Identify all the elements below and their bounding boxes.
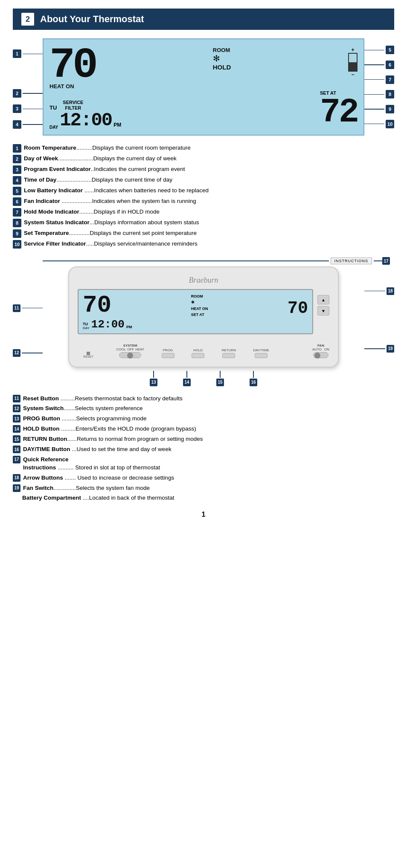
instructions-tag: INSTRUCTIONS — [331, 258, 372, 264]
brand-label: Braeburn — [78, 276, 329, 285]
callout-19: 19 — [364, 345, 394, 353]
callout-5: 5 — [364, 46, 394, 54]
room-temp-display: 70 — [49, 44, 96, 87]
legend-item-17: 17 Quick ReferenceInstructions .........… — [13, 456, 394, 472]
callout-6: 6 — [364, 61, 394, 69]
legend-item-1: 1 Room Temperature..........Displays the… — [13, 144, 394, 153]
legend-item-2: 2 Day of Week......................Displ… — [13, 155, 394, 163]
legend-item-5: 5 Low Battery Indicator ......Indicates … — [13, 187, 394, 195]
badge-9: 9 — [386, 105, 394, 113]
badge-8: 8 — [386, 90, 394, 98]
fan-switch[interactable] — [313, 352, 329, 358]
legend-item-battery: Battery Compartment ....Located in back … — [13, 494, 394, 502]
device-time: 12:00 — [91, 319, 125, 330]
page-number: 1 — [13, 511, 394, 518]
system-label: SYSTEM — [123, 344, 137, 347]
hold-label: HOLD — [213, 64, 231, 71]
callout-2: 2 — [13, 89, 43, 98]
callout-4: 4 — [13, 120, 43, 129]
callout-12: 12 — [13, 349, 43, 357]
badge-13: 13 — [150, 379, 157, 386]
prog-label: PROG — [163, 348, 173, 352]
prog-button[interactable] — [162, 353, 174, 358]
legend-item-7: 7 Hold Mode Indicator.........Displays i… — [13, 208, 394, 217]
device-heat-on: HEAT ON — [191, 306, 208, 312]
reset-label: RESET — [83, 355, 93, 358]
daytime-label: DAY/TIME — [253, 348, 269, 352]
badge-2: 2 — [13, 89, 21, 98]
device-room-label: ROOM — [191, 293, 208, 299]
legend-item-4: 4 Time of Day......................Displ… — [13, 176, 394, 185]
badge-1: 1 — [13, 49, 21, 58]
legend-item-8: 8 System Status Indicator...Displays inf… — [13, 219, 394, 227]
heat-on-label: HEAT ON — [49, 83, 74, 90]
display-diagram: 1 2 3 4 70 ROOM ✻ — [13, 38, 394, 136]
badge-4: 4 — [13, 120, 21, 129]
page-title: About Your Thermostat — [40, 14, 144, 25]
legend-item-11: 11 Reset Button .........Resets thermost… — [13, 395, 394, 403]
device-body: Braeburn 70 ROOM ✻ HEAT ON SET AT — [68, 266, 339, 367]
section-number: 2 — [21, 13, 34, 26]
legend-item-10: 10 Service Filter Indicator.....Displays… — [13, 240, 394, 249]
device-big-temp: 70 — [83, 293, 111, 317]
time-display: 12:00 — [60, 111, 112, 130]
callout-11: 11 — [13, 304, 43, 312]
callout-7: 7 — [364, 75, 394, 84]
badge-10: 10 — [386, 120, 394, 128]
badge-16: 16 — [250, 379, 257, 386]
badge-17: 17 — [382, 257, 390, 265]
reset-dot — [87, 352, 90, 355]
fan-label: FAN — [317, 344, 324, 347]
room-label: ROOM — [213, 47, 230, 53]
set-temp-display: 72 — [320, 95, 358, 130]
legend-item-14: 14 HOLD Button .........Enters/Exits the… — [13, 425, 394, 433]
callout-10: 10 — [364, 120, 394, 128]
device-diagram: INSTRUCTIONS 17 11 12 Braeburn — [13, 257, 394, 386]
device-fan-icon: ✻ — [191, 299, 208, 305]
legend-item-16: 16 DAY/TIME Button ...Used to set the ti… — [13, 446, 394, 454]
up-arrow-button[interactable]: ▲ — [317, 295, 329, 304]
badge-5: 5 — [386, 46, 394, 54]
legend-item-18: 18 Arrow Buttons ....... Used to increas… — [13, 474, 394, 482]
badge-14: 14 — [183, 379, 191, 386]
legend-item-15: 15 RETURN Button......Returns to normal … — [13, 435, 394, 443]
callout-8: 8 — [364, 90, 394, 98]
legend-item-19: 19 Fan Switch..............Selects the s… — [13, 484, 394, 492]
badge-6: 6 — [386, 61, 394, 69]
day-label: DAY — [49, 125, 58, 130]
page-header: 2 About Your Thermostat — [13, 9, 394, 30]
legend-item-3: 3 Program Event Indicator..Indicates the… — [13, 165, 394, 174]
auto-label: AUTO — [312, 347, 322, 351]
callout-9: 9 — [364, 105, 394, 113]
cool-label: COOL — [116, 347, 126, 351]
hold-btn-label: HOLD — [193, 348, 203, 352]
callout-3: 3 — [13, 104, 43, 113]
hold-button[interactable] — [192, 353, 204, 358]
device-display: 70 ROOM ✻ HEAT ON SET AT 70 TU — [78, 289, 313, 334]
down-arrow-button[interactable]: ▼ — [317, 306, 329, 315]
tu-label: TU — [49, 104, 57, 111]
fan-icon: ✻ — [213, 53, 220, 64]
badge-7: 7 — [386, 75, 394, 84]
legend-item-6: 6 Fan Indicator ...................Indic… — [13, 197, 394, 206]
legend-item-9: 9 Set Temperature.............Displays t… — [13, 229, 394, 238]
legend-list: 1 Room Temperature..........Displays the… — [13, 144, 394, 249]
off-label: OFF — [127, 347, 134, 351]
badge-15: 15 — [216, 379, 224, 386]
legend-item-12: 12 System Switch.......Selects system pr… — [13, 405, 394, 413]
device-legend-list: 11 Reset Button .........Resets thermost… — [13, 395, 394, 503]
heat-label: HEAT — [135, 347, 144, 351]
legend-item-13: 13 PROG Button .........Selects programm… — [13, 415, 394, 423]
device-set-at: SET AT — [191, 312, 208, 318]
callout-18: 18 — [364, 287, 394, 295]
system-switch[interactable] — [119, 352, 141, 358]
return-label: RETURN — [222, 348, 236, 352]
badge-3: 3 — [13, 104, 21, 113]
daytime-button[interactable] — [255, 353, 267, 358]
return-button[interactable] — [222, 353, 235, 358]
pm-label: PM — [113, 122, 121, 128]
callout-1: 1 — [13, 49, 43, 58]
on-label: ON — [324, 347, 329, 351]
device-set-temp: 70 — [288, 300, 308, 317]
